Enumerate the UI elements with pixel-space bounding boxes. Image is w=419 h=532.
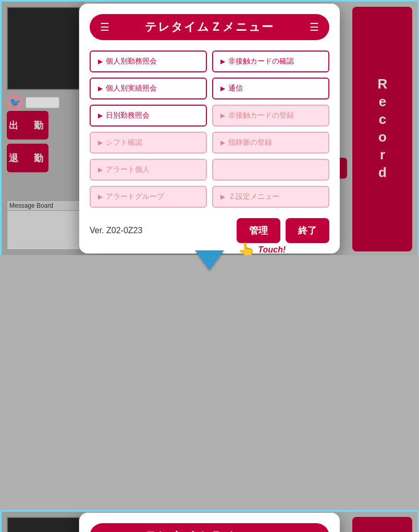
menu-item-8: ▶ アラート個人: [90, 159, 207, 181]
down-arrow-icon: [195, 250, 224, 270]
hamburger-icon-left[interactable]: ☰: [100, 21, 109, 33]
menu-item-6: ▶ シフト確認: [90, 132, 207, 154]
bottom-modal-box: ☰ テレタイムＺメニュー ☰ ▶ 個人別勤… ▶ …ドの確認 ▶ 個人別実…: [79, 513, 340, 532]
menu-item-0[interactable]: ▶ 個人別勤務照会: [90, 50, 207, 72]
bottom-modal-header: ☰ テレタイムＺメニュー ☰: [90, 523, 329, 532]
menu-item-5: ▶ 非接触カードの登録: [212, 105, 329, 126]
hamburger-icon-left-bottom[interactable]: ☰: [100, 530, 109, 532]
shuryo-button-top[interactable]: 終了: [286, 218, 329, 243]
version-text-top: Ver. Z02-0Z23: [90, 226, 142, 235]
down-arrow-container: [0, 250, 419, 271]
menu-item-9: [212, 159, 329, 181]
top-modal-overlay: ☰ テレタイムＺメニュー ☰ ▶ 個人別勤務照会 ▶ 非接触カードの確認 ▶ 個…: [2, 2, 417, 255]
bottom-modal-overlay: ☰ テレタイムＺメニュー ☰ ▶ 個人別勤… ▶ …ドの確認 ▶ 個人別実…: [2, 512, 417, 532]
menu-item-11: ▶ Ｚ設定メニュー: [212, 186, 329, 208]
modal-title-top: テレタイムＺメニュー: [109, 19, 310, 35]
hamburger-icon-right-bottom[interactable]: ☰: [310, 530, 319, 532]
kanri-button-top[interactable]: 管理: [237, 218, 280, 243]
menu-item-4[interactable]: ▶ 日別勤務照会: [90, 105, 207, 126]
bottom-panel: 🐦 出 勤 退 勤 Message Board メニュー Record ☰ テレ…: [0, 510, 419, 532]
menu-item-1[interactable]: ▶ 非接触カードの確認: [212, 50, 329, 72]
top-footer-buttons: 管理 👆 Touch! 終了: [237, 218, 329, 243]
modal-title-bottom: テレタイムＺメニュー: [109, 528, 310, 532]
menu-item-2[interactable]: ▶ 個人別実績照会: [90, 78, 207, 99]
hamburger-icon-right[interactable]: ☰: [310, 21, 319, 33]
menu-item-10: ▶ アラートグループ: [90, 186, 207, 208]
top-panel: 🐦 出 勤 退 勤 Message Board メニュー Record ☰ テレ…: [0, 0, 419, 255]
top-modal-header: ☰ テレタイムＺメニュー ☰: [90, 14, 329, 40]
top-menu-grid: ▶ 個人別勤務照会 ▶ 非接触カードの確認 ▶ 個人別実績照会 ▶ 通信 ▶: [90, 50, 329, 208]
top-modal-box: ☰ テレタイムＺメニュー ☰ ▶ 個人別勤務照会 ▶ 非接触カードの確認 ▶ 個…: [79, 4, 340, 254]
menu-item-7: ▶ 指静脈の登録: [212, 132, 329, 154]
menu-item-3[interactable]: ▶ 通信: [212, 78, 329, 99]
top-modal-footer: Ver. Z02-0Z23 管理 👆 Touch! 終了: [90, 218, 329, 243]
